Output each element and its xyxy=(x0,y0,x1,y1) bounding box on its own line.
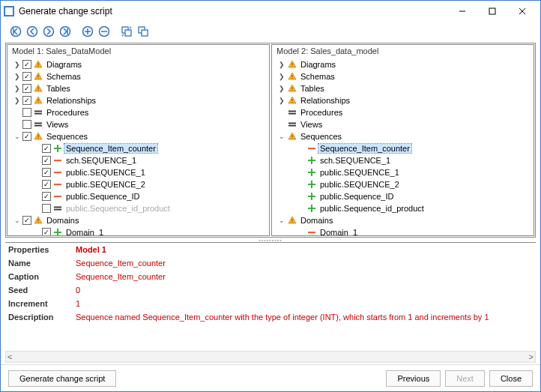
scroll-right-icon[interactable]: > xyxy=(529,352,534,361)
last-icon[interactable] xyxy=(58,24,73,39)
tree-label[interactable]: public.SEQUENCE_2 xyxy=(318,180,401,189)
tree-label[interactable]: Diagrams xyxy=(299,60,337,69)
tree-label[interactable]: Relationships xyxy=(45,96,97,105)
tree-label[interactable]: Sequence_Item_counter xyxy=(318,144,411,153)
generate-button[interactable]: Generate change script xyxy=(8,370,116,387)
tree-twisty[interactable]: ⌄ xyxy=(12,217,22,224)
next-button[interactable]: Next xyxy=(445,370,485,387)
tree-checkbox[interactable] xyxy=(22,108,31,117)
copy-icon[interactable] xyxy=(136,24,151,39)
first-icon[interactable] xyxy=(8,24,23,39)
tree-node[interactable]: sch.SEQUENCE_1 xyxy=(272,154,534,166)
tree-node[interactable]: public.Sequence_id_product xyxy=(272,202,534,214)
tree-checkbox[interactable] xyxy=(42,204,51,213)
tree-label[interactable]: Sequences xyxy=(299,132,343,141)
tree-checkbox[interactable] xyxy=(42,228,51,235)
remove-icon[interactable] xyxy=(97,24,112,39)
tree-node[interactable]: public.SEQUENCE_1 xyxy=(272,166,534,178)
tree-node[interactable]: ⌄Domains xyxy=(272,214,534,226)
tree-label[interactable]: sch.SEQUENCE_1 xyxy=(318,156,392,165)
tree-node[interactable]: ❯Schemas xyxy=(7,70,269,82)
tree-node[interactable]: Procedures xyxy=(7,106,269,118)
tree-node[interactable]: public.Sequence_id_product xyxy=(7,202,269,214)
tree-checkbox[interactable] xyxy=(22,72,31,81)
tree-checkbox[interactable] xyxy=(22,132,31,141)
tree-label[interactable]: Domains xyxy=(45,216,80,225)
tree-label[interactable]: public.SEQUENCE_1 xyxy=(64,168,147,177)
tree-node[interactable]: Views xyxy=(7,118,269,130)
tree-label[interactable]: sch.SEQUENCE_1 xyxy=(64,156,138,165)
tree-label[interactable]: Procedures xyxy=(45,108,90,117)
tree-label[interactable]: public.Sequence_id_product xyxy=(64,204,172,213)
add-icon[interactable] xyxy=(80,24,95,39)
tree-label[interactable]: public.Sequence_ID xyxy=(64,192,141,201)
previous-button[interactable]: Previous xyxy=(386,370,441,387)
tree-checkbox[interactable] xyxy=(42,168,51,177)
tree-node[interactable]: ⌄Sequences xyxy=(7,130,269,142)
tree-label[interactable]: Domain_1 xyxy=(318,228,359,235)
minimize-button[interactable] xyxy=(447,1,477,21)
tree-label[interactable]: Sequences xyxy=(45,132,89,141)
tree-node[interactable]: Domain_1 xyxy=(272,226,534,235)
tree-checkbox[interactable] xyxy=(42,144,51,153)
tree-label[interactable]: Schemas xyxy=(299,72,336,81)
tree-checkbox[interactable] xyxy=(22,84,31,93)
tree-node[interactable]: ❯Schemas xyxy=(272,70,534,82)
tree-node[interactable]: ⌄Domains xyxy=(7,214,269,226)
tree-node[interactable]: public.Sequence_ID xyxy=(7,190,269,202)
tree-label[interactable]: Procedures xyxy=(299,108,344,117)
tree-node[interactable]: public.SEQUENCE_2 xyxy=(272,178,534,190)
tree-node[interactable]: Sequence_Item_counter xyxy=(7,142,269,154)
tree-checkbox[interactable] xyxy=(22,60,31,69)
tree-twisty[interactable]: ❯ xyxy=(276,85,287,92)
swap-icon[interactable] xyxy=(119,24,134,39)
tree-node[interactable]: ⌄Sequences xyxy=(272,130,534,142)
tree-label[interactable]: Relationships xyxy=(299,96,351,105)
tree-label[interactable]: Tables xyxy=(45,84,72,93)
tree-checkbox[interactable] xyxy=(22,96,31,105)
tree-node[interactable]: Domain_1 xyxy=(7,226,269,235)
tree-twisty[interactable]: ❯ xyxy=(276,97,287,104)
tree-twisty[interactable]: ❯ xyxy=(12,85,22,92)
tree-twisty[interactable]: ❯ xyxy=(276,61,287,68)
tree-node[interactable]: public.SEQUENCE_1 xyxy=(7,166,269,178)
tree-label[interactable]: Tables xyxy=(299,84,326,93)
tree-node[interactable]: ❯Diagrams xyxy=(272,58,534,70)
prev-icon[interactable] xyxy=(25,24,40,39)
tree-label[interactable]: public.SEQUENCE_1 xyxy=(318,168,401,177)
tree-node[interactable]: ❯Tables xyxy=(7,82,269,94)
tree-label[interactable]: Domains xyxy=(299,216,334,225)
horizontal-scrollbar[interactable]: < > xyxy=(5,351,536,363)
tree-checkbox[interactable] xyxy=(42,192,51,201)
tree-node[interactable]: Procedures xyxy=(272,106,534,118)
model2-tree[interactable]: ❯Diagrams❯Schemas❯Tables❯RelationshipsPr… xyxy=(272,57,534,235)
tree-twisty[interactable]: ⌄ xyxy=(276,133,287,140)
tree-checkbox[interactable] xyxy=(42,180,51,189)
tree-node[interactable]: ❯Diagrams xyxy=(7,58,269,70)
next-icon[interactable] xyxy=(41,24,56,39)
close-button[interactable] xyxy=(507,1,537,21)
tree-label[interactable]: public.Sequence_ID xyxy=(318,192,395,201)
tree-node[interactable]: ❯Tables xyxy=(272,82,534,94)
maximize-button[interactable] xyxy=(477,1,507,21)
tree-label[interactable]: public.Sequence_id_product xyxy=(318,204,426,213)
tree-node[interactable]: ❯Relationships xyxy=(272,94,534,106)
tree-node[interactable]: Views xyxy=(272,118,534,130)
tree-label[interactable]: Views xyxy=(299,120,324,129)
tree-label[interactable]: Diagrams xyxy=(45,60,83,69)
tree-label[interactable]: Sequence_Item_counter xyxy=(64,144,157,153)
tree-node[interactable]: sch.SEQUENCE_1 xyxy=(7,154,269,166)
close-footer-button[interactable]: Close xyxy=(489,370,533,387)
tree-node[interactable]: public.Sequence_ID xyxy=(272,190,534,202)
tree-twisty[interactable]: ❯ xyxy=(12,97,22,104)
tree-twisty[interactable]: ⌄ xyxy=(276,217,287,224)
scroll-left-icon[interactable]: < xyxy=(7,352,12,361)
tree-label[interactable]: Domain_1 xyxy=(64,228,105,235)
tree-node[interactable]: Sequence_Item_counter xyxy=(272,142,534,154)
tree-label[interactable]: public.SEQUENCE_2 xyxy=(64,180,147,189)
tree-label[interactable]: Views xyxy=(45,120,70,129)
tree-node[interactable]: public.SEQUENCE_2 xyxy=(7,178,269,190)
tree-checkbox[interactable] xyxy=(42,156,51,165)
tree-twisty[interactable]: ❯ xyxy=(12,61,22,68)
tree-twisty[interactable]: ❯ xyxy=(12,73,22,80)
